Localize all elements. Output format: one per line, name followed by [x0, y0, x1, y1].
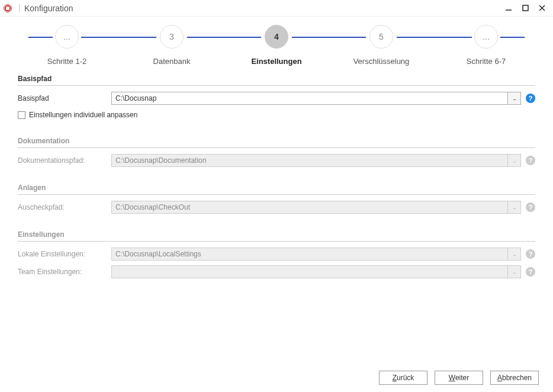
basispfad-input[interactable] [112, 92, 507, 104]
field-input-wrap: ... [111, 154, 521, 167]
field-row-anlagen: Auscheckpfad: ... ? [18, 201, 535, 214]
app-icon [4, 4, 12, 12]
footer: Zurück Weiter Abbrechen [379, 371, 539, 385]
help-icon: ? [526, 249, 535, 259]
step-6-7[interactable]: ... Schritte 6-7 [448, 25, 525, 66]
browse-button: ... [507, 155, 520, 166]
section-basispfad: Basispfad Basispfad ... ? Einstellungen … [18, 75, 535, 119]
step-label: Schritte 6-7 [467, 57, 506, 66]
checkbox-row-individual: Einstellungen individuell anpassen [18, 111, 535, 119]
field-input-wrap: ... [111, 265, 521, 278]
close-button[interactable] [538, 4, 546, 12]
dokumentationspfad-input [112, 155, 507, 166]
section-title: Anlagen [18, 184, 535, 195]
browse-button: ... [507, 201, 520, 213]
section-dokumentation: Dokumentation Dokumentationspfad: ... ? [18, 137, 535, 167]
field-label: Lokale Einstellungen: [18, 250, 107, 258]
maximize-button[interactable] [521, 4, 529, 12]
field-row-dokumentation: Dokumentationspfad: ... ? [18, 154, 535, 167]
stepper: ... Schritte 1-2 3 Datenbank 4 Einstellu… [28, 25, 525, 62]
step-circle: ... [55, 25, 79, 49]
back-button[interactable]: Zurück [379, 371, 427, 385]
browse-button: ... [507, 266, 520, 278]
step-label: Einstellungen [251, 57, 301, 66]
svg-rect-1 [523, 5, 528, 11]
next-button[interactable]: Weiter [435, 371, 483, 385]
step-verschluesselung[interactable]: 5 Verschlüsselung [343, 25, 420, 66]
field-label: Team Einstellungen: [18, 268, 107, 276]
section-einstellungen: Einstellungen Lokale Einstellungen: ... … [18, 230, 535, 278]
step-circle: 3 [160, 25, 184, 49]
field-label: Dokumentationspfad: [18, 156, 107, 165]
titlebar-divider [19, 4, 20, 12]
browse-button[interactable]: ... [507, 92, 520, 104]
step-einstellungen[interactable]: 4 Einstellungen [238, 25, 315, 66]
field-row-lokale: Lokale Einstellungen: ... ? [18, 248, 535, 261]
team-einstellungen-input [112, 266, 507, 278]
field-label: Basispfad [18, 94, 107, 102]
minimize-button[interactable] [504, 4, 513, 12]
section-title: Einstellungen [18, 230, 535, 242]
window-controls [504, 4, 549, 12]
field-label: Auscheckpfad: [18, 203, 107, 211]
step-1-2[interactable]: ... Schritte 1-2 [28, 25, 105, 66]
content: ... Schritte 1-2 3 Datenbank 4 Einstellu… [0, 25, 553, 278]
help-icon: ? [526, 267, 535, 277]
field-input-wrap: ... [111, 248, 521, 261]
step-datenbank[interactable]: 3 Datenbank [133, 25, 210, 66]
step-circle: 5 [369, 25, 393, 49]
field-input-wrap: ... [111, 92, 521, 105]
help-icon: ? [526, 156, 535, 165]
step-label: Schritte 1-2 [47, 57, 86, 66]
cancel-button[interactable]: Abbrechen [490, 371, 539, 385]
section-anlagen: Anlagen Auscheckpfad: ... ? [18, 184, 535, 214]
browse-button: ... [507, 248, 520, 260]
window-title: Konfiguration [24, 4, 504, 13]
step-circle: 4 [265, 25, 288, 49]
individual-settings-checkbox[interactable] [18, 111, 25, 119]
field-row-basispfad: Basispfad ... ? [18, 92, 535, 105]
section-title: Basispfad [18, 75, 535, 86]
help-icon: ? [526, 203, 535, 212]
section-title: Dokumentation [18, 137, 535, 148]
checkbox-label: Einstellungen individuell anpassen [29, 111, 137, 119]
field-row-team: Team Einstellungen: ... ? [18, 265, 535, 278]
step-label: Verschlüsselung [353, 57, 410, 66]
auscheckpfad-input [112, 201, 507, 213]
field-input-wrap: ... [111, 201, 521, 214]
lokale-einstellungen-input [112, 248, 507, 260]
stepper-steps: ... Schritte 1-2 3 Datenbank 4 Einstellu… [28, 25, 525, 66]
step-label: Datenbank [153, 57, 191, 66]
step-circle: ... [474, 25, 498, 49]
help-icon[interactable]: ? [526, 94, 535, 103]
titlebar: Konfiguration [0, 0, 553, 17]
